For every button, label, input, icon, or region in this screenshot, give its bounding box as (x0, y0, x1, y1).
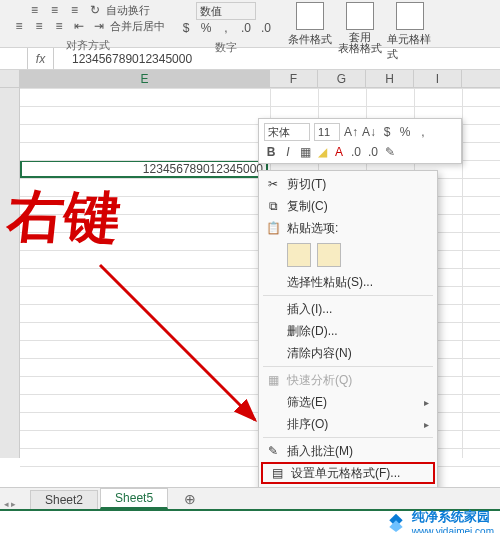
row-headers (0, 88, 20, 458)
formula-value[interactable]: 123456789012345000 (54, 52, 500, 66)
col-header-h[interactable]: H (366, 70, 414, 87)
decrease-font-icon[interactable]: A↓ (362, 124, 376, 140)
align-mid-icon[interactable]: ≡ (46, 2, 64, 18)
increase-font-icon[interactable]: A↑ (344, 124, 358, 140)
chevron-right-icon: ▸ (424, 397, 429, 408)
active-cell-value: 123456789012345000 (143, 162, 263, 176)
select-all-corner[interactable] (0, 70, 20, 87)
col-header-i[interactable]: I (414, 70, 462, 87)
ctx-copy[interactable]: ⧉复制(C) (259, 195, 437, 217)
ctx-sep-3 (263, 437, 433, 438)
ctx-sort[interactable]: 排序(O)▸ (259, 413, 437, 435)
context-menu: ✂剪切(T) ⧉复制(C) 📋粘贴选项: 选择性粘贴(S)... 插入(I)..… (258, 170, 438, 533)
watermark-url: www.yidaimei.com (412, 526, 494, 534)
number-format-select[interactable]: 数值 (196, 2, 256, 20)
paste-option-2[interactable] (317, 243, 341, 267)
currency-mini-icon[interactable]: $ (380, 124, 394, 140)
align-center-icon[interactable]: ≡ (30, 18, 48, 34)
col-header-f[interactable]: F (270, 70, 318, 87)
fx-label[interactable]: fx (28, 48, 54, 69)
paste-option-1[interactable] (287, 243, 311, 267)
merge-center-button[interactable]: 合并后居中 (110, 18, 165, 34)
mini-toolbar: 宋体 11 A↑ A↓ $ % , B I ▦ ◢ A .0 .0 ✎ (258, 118, 462, 164)
col-header-g[interactable]: G (318, 70, 366, 87)
conditional-format-button[interactable]: 条件格式 (287, 2, 333, 47)
watermark-title: 纯净系统家园 (412, 508, 494, 526)
ctx-paste-special[interactable]: 选择性粘贴(S)... (259, 271, 437, 293)
percent-mini-icon[interactable]: % (398, 124, 412, 140)
inc-dec-mini-icon[interactable]: .0 (349, 144, 363, 160)
paste-options (259, 239, 437, 271)
ctx-format-cells[interactable]: ▤设置单元格格式(F)... (261, 462, 435, 484)
chevron-right-icon: ▸ (424, 419, 429, 430)
comma-mini-icon[interactable]: , (416, 124, 430, 140)
clipboard-icon: 📋 (265, 220, 281, 236)
align-bot-icon[interactable]: ≡ (66, 2, 84, 18)
ctx-clear[interactable]: 清除内容(N) (259, 342, 437, 364)
format-painter-icon[interactable]: ✎ (383, 144, 397, 160)
fill-color-icon[interactable]: ◢ (315, 144, 329, 160)
comment-icon: ✎ (265, 443, 281, 459)
ctx-sep-1 (263, 295, 433, 296)
indent-inc-icon[interactable]: ⇥ (90, 18, 108, 34)
indent-dec-icon[interactable]: ⇤ (70, 18, 88, 34)
quick-analysis-icon: ▦ (265, 372, 281, 388)
align-group: ≡ ≡ ≡ ↻ 自动换行 ≡ ≡ ≡ ⇤ ⇥ 合并后居中 对齐方式 (10, 2, 165, 53)
ctx-delete[interactable]: 删除(D)... (259, 320, 437, 342)
ribbon: ≡ ≡ ≡ ↻ 自动换行 ≡ ≡ ≡ ⇤ ⇥ 合并后居中 对齐方式 数值 $ %… (0, 0, 500, 48)
currency-icon[interactable]: $ (177, 20, 195, 36)
ctx-insert[interactable]: 插入(I)... (259, 298, 437, 320)
comma-icon[interactable]: , (217, 20, 235, 36)
ctx-paste-header: 📋粘贴选项: (259, 217, 437, 239)
ctx-cut[interactable]: ✂剪切(T) (259, 173, 437, 195)
footer: 纯净系统家园 www.yidaimei.com (0, 509, 500, 533)
tab-sheet2[interactable]: Sheet2 (30, 490, 98, 509)
bold-icon[interactable]: B (264, 144, 278, 160)
tab-nav[interactable]: ◂▸ (4, 499, 16, 509)
dec-dec-mini-icon[interactable]: .0 (366, 144, 380, 160)
inc-decimal-icon[interactable]: .0 (237, 20, 255, 36)
italic-icon[interactable]: I (281, 144, 295, 160)
formula-bar: fx 123456789012345000 (0, 48, 500, 70)
tab-add[interactable]: ⊕ (170, 489, 210, 509)
align-left-icon[interactable]: ≡ (10, 18, 28, 34)
format-cells-icon: ▤ (269, 465, 285, 481)
tab-sheet5[interactable]: Sheet5 (100, 488, 168, 509)
format-table-button[interactable]: 套用 表格格式 (337, 2, 383, 54)
orientation-icon[interactable]: ↻ (86, 2, 104, 18)
mini-font-size[interactable]: 11 (314, 123, 340, 141)
column-headers: E F G H I (0, 70, 500, 88)
align-right-icon[interactable]: ≡ (50, 18, 68, 34)
align-top-icon[interactable]: ≡ (26, 2, 44, 18)
wrap-text-button[interactable]: 自动换行 (106, 2, 150, 18)
name-box[interactable] (0, 48, 28, 69)
dec-decimal-icon[interactable]: .0 (257, 20, 275, 36)
font-color-icon[interactable]: A (332, 144, 346, 160)
ctx-quick-analysis: ▦快速分析(Q) (259, 369, 437, 391)
ctx-insert-comment[interactable]: ✎插入批注(M) (259, 440, 437, 462)
active-cell[interactable]: 123456789012345000 (20, 160, 268, 178)
col-header-e[interactable]: E (20, 70, 270, 87)
watermark: 纯净系统家园 www.yidaimei.com (386, 508, 500, 534)
scissors-icon: ✂ (265, 176, 281, 192)
number-group: 数值 $ % , .0 .0 数字 (177, 2, 275, 55)
sheet-tabs: ◂▸ Sheet2 Sheet5 ⊕ (0, 487, 500, 509)
ctx-filter[interactable]: 筛选(E)▸ (259, 391, 437, 413)
percent-icon[interactable]: % (197, 20, 215, 36)
copy-icon: ⧉ (265, 198, 281, 214)
mini-font-name[interactable]: 宋体 (264, 123, 310, 141)
border-icon[interactable]: ▦ (298, 144, 312, 160)
watermark-icon (386, 512, 406, 532)
ctx-sep-2 (263, 366, 433, 367)
